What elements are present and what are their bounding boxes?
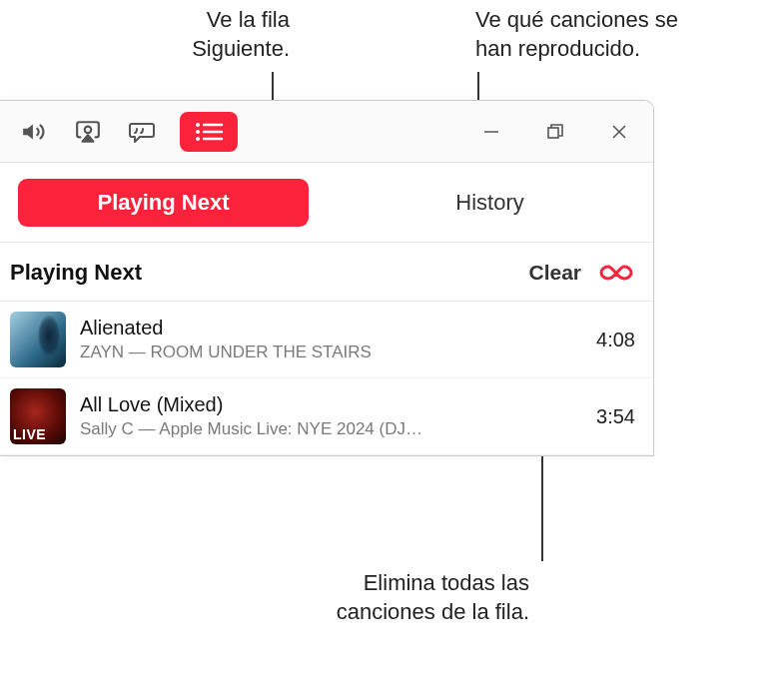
airplay-icon[interactable] bbox=[72, 116, 104, 148]
track-row[interactable]: Alienated ZAYN — ROOM UNDER THE STAIRS 4… bbox=[0, 302, 653, 378]
track-duration: 4:08 bbox=[596, 329, 635, 351]
window-controls bbox=[481, 122, 635, 142]
tab-playing-next-label: Playing Next bbox=[18, 179, 309, 227]
titlebar-left bbox=[18, 112, 238, 152]
svg-point-6 bbox=[196, 130, 200, 134]
track-info: All Love (Mixed) Sally C — Apple Music L… bbox=[80, 393, 582, 439]
section-actions: Clear bbox=[528, 259, 633, 287]
callout-history: Ve qué canciones se han reproducido. bbox=[475, 6, 705, 63]
callout-queue: Ve la fila Siguiente. bbox=[104, 6, 290, 63]
tab-history-label: History bbox=[455, 190, 523, 216]
svg-marker-1 bbox=[83, 135, 94, 142]
maximize-button[interactable] bbox=[545, 122, 565, 142]
track-subtitle: Sally C — Apple Music Live: NYE 2024 (DJ… bbox=[80, 419, 582, 439]
tab-playing-next[interactable]: Playing Next bbox=[0, 163, 327, 242]
track-title: Alienated bbox=[80, 317, 582, 340]
titlebar bbox=[0, 101, 653, 163]
svg-point-7 bbox=[196, 137, 200, 141]
track-title: All Love (Mixed) bbox=[80, 393, 582, 416]
section-title: Playing Next bbox=[10, 260, 142, 286]
close-button[interactable] bbox=[609, 122, 629, 142]
svg-point-0 bbox=[85, 126, 92, 132]
svg-point-5 bbox=[196, 123, 200, 127]
autoplay-infinity-button[interactable] bbox=[599, 259, 633, 287]
tab-history[interactable]: History bbox=[327, 163, 653, 242]
track-info: Alienated ZAYN — ROOM UNDER THE STAIRS bbox=[80, 317, 582, 362]
album-artwork bbox=[10, 388, 66, 444]
playing-next-toggle-button[interactable] bbox=[180, 112, 238, 152]
playing-next-header: Playing Next Clear bbox=[0, 243, 653, 302]
callout-clear: Elimina todas las canciones de la fila. bbox=[300, 569, 529, 626]
album-artwork bbox=[10, 312, 66, 367]
svg-rect-9 bbox=[548, 128, 558, 138]
music-queue-panel: Playing Next History Playing Next Clear … bbox=[0, 100, 654, 456]
track-duration: 3:54 bbox=[596, 405, 635, 428]
queue-tabs: Playing Next History bbox=[0, 163, 653, 243]
clear-button[interactable]: Clear bbox=[528, 261, 581, 285]
minimize-button[interactable] bbox=[481, 122, 501, 142]
track-row[interactable]: All Love (Mixed) Sally C — Apple Music L… bbox=[0, 378, 653, 455]
lyrics-icon[interactable] bbox=[126, 116, 158, 148]
volume-icon[interactable] bbox=[18, 116, 50, 148]
track-subtitle: ZAYN — ROOM UNDER THE STAIRS bbox=[80, 342, 582, 362]
